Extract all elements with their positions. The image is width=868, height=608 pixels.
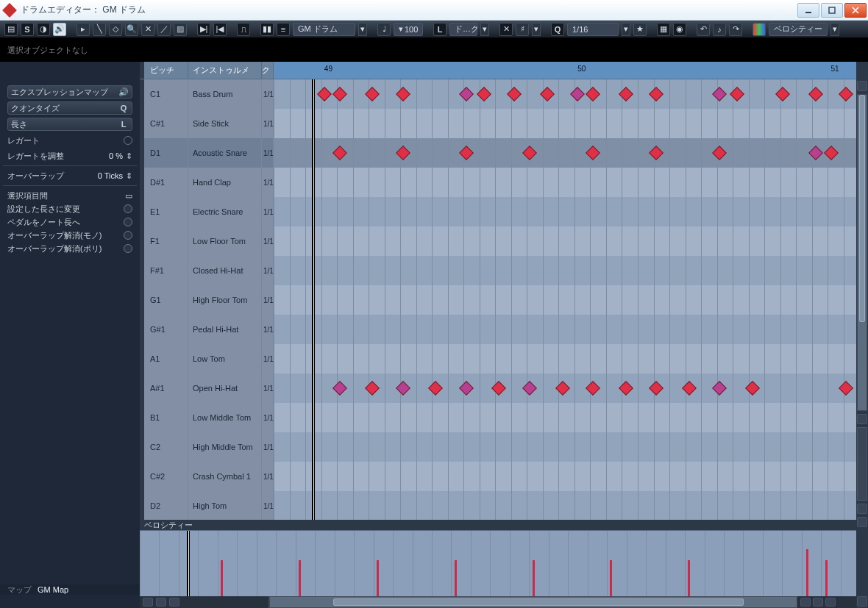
- sidebar-action[interactable]: オーバーラップ解消(ポリ): [7, 243, 132, 254]
- note-event[interactable]: [396, 381, 410, 396]
- audition-icon[interactable]: 🔊: [53, 23, 66, 36]
- event-lane[interactable]: [274, 256, 856, 285]
- note-event[interactable]: [459, 146, 474, 160]
- line-tool-icon[interactable]: ／: [157, 23, 171, 36]
- event-lane[interactable]: [274, 285, 856, 315]
- note-event[interactable]: [824, 146, 839, 160]
- drum-row[interactable]: G#1Pedal Hi-Hat1/1: [140, 315, 856, 344]
- note-event[interactable]: [492, 381, 507, 396]
- zoom-button-icon[interactable]: [857, 504, 867, 514]
- note-event[interactable]: [745, 381, 760, 396]
- drum-row[interactable]: E1Electric Snare1/1: [140, 197, 856, 226]
- note-event[interactable]: [570, 87, 585, 101]
- drum-row[interactable]: G1High Floor Tom1/1: [140, 285, 856, 315]
- scrollbar-thumb[interactable]: [859, 95, 865, 322]
- dropdown-arrow-icon[interactable]: ▾: [622, 23, 630, 36]
- velocity-bar[interactable]: [688, 560, 690, 596]
- corner-icon[interactable]: [857, 596, 867, 607]
- velocity-bar[interactable]: [610, 560, 612, 596]
- drum-row[interactable]: C#2Crash Cymbal 11/1: [140, 462, 856, 491]
- note-event[interactable]: [586, 87, 600, 101]
- event-lane[interactable]: [274, 373, 856, 403]
- event-lane[interactable]: [274, 403, 856, 432]
- note-event[interactable]: [712, 87, 727, 101]
- legato-adjust-val[interactable]: 0 %: [109, 151, 123, 160]
- note-event[interactable]: [428, 381, 443, 396]
- color-block-icon[interactable]: [753, 23, 766, 36]
- scroll-left-icon[interactable]: [143, 598, 153, 607]
- expression-map-button[interactable]: エクスプレッションマップ 🔊: [7, 85, 132, 99]
- dropdown-arrow-icon[interactable]: ▾: [830, 23, 839, 36]
- note-event[interactable]: [775, 87, 790, 101]
- loop-end-icon[interactable]: |◀: [213, 23, 227, 36]
- show-lanes-icon[interactable]: ▮▮: [260, 23, 274, 36]
- q-mode-icon[interactable]: Q: [551, 23, 564, 36]
- note-event[interactable]: [649, 146, 664, 160]
- note-event[interactable]: [712, 381, 727, 396]
- note-event[interactable]: [317, 87, 332, 101]
- step-fwd-icon[interactable]: ↷: [729, 23, 742, 36]
- note-event[interactable]: [459, 87, 474, 101]
- quantize-apply-icon[interactable]: ★: [633, 23, 647, 36]
- collapse-icon[interactable]: ▭: [125, 191, 132, 201]
- sidebar-action[interactable]: オーバーラップ解消(モノ): [7, 229, 132, 241]
- scroll-right-icon[interactable]: [156, 598, 166, 607]
- color-wheel-icon[interactable]: ◉: [673, 23, 686, 36]
- col-header-q[interactable]: ク: [262, 62, 274, 79]
- note-event[interactable]: [619, 87, 633, 101]
- time-ruler[interactable]: 495051: [274, 62, 856, 79]
- sidebar-action[interactable]: ペダルをノート長へ: [7, 216, 132, 228]
- velocity-bar[interactable]: [377, 560, 379, 596]
- erase-tool-icon[interactable]: ◇: [109, 23, 122, 36]
- note-event[interactable]: [586, 381, 600, 396]
- note-event[interactable]: [682, 381, 697, 396]
- event-lane[interactable]: [274, 432, 856, 462]
- close-button[interactable]: [844, 3, 867, 18]
- note-event[interactable]: [332, 146, 347, 160]
- apply-icon[interactable]: [124, 204, 132, 213]
- event-lane[interactable]: [274, 344, 856, 373]
- drum-row[interactable]: C2High Middle Tom1/1: [140, 432, 856, 462]
- note-event[interactable]: [649, 87, 664, 101]
- note-event[interactable]: [365, 87, 380, 101]
- step-back-icon[interactable]: ↶: [697, 23, 710, 36]
- velocity-lane[interactable]: [140, 530, 856, 596]
- drum-row[interactable]: D#1Hand Clap1/1: [140, 168, 856, 197]
- note-event[interactable]: [332, 87, 347, 101]
- footer-map-val[interactable]: GM Map: [38, 585, 68, 594]
- drum-row[interactable]: A#1Open Hi-Hat1/1: [140, 373, 856, 403]
- velocity-bar[interactable]: [533, 560, 535, 596]
- event-lane[interactable]: [274, 138, 856, 168]
- color-mode-select[interactable]: ベロシティー: [769, 23, 828, 36]
- drum-row[interactable]: B1Low Middle Tom1/1: [140, 403, 856, 432]
- spinner-icon[interactable]: ⇕: [126, 151, 132, 161]
- note-event[interactable]: [522, 146, 537, 160]
- length-mode-icon[interactable]: L: [433, 23, 447, 36]
- col-header-instrument[interactable]: インストゥルメ: [188, 62, 262, 79]
- note-event[interactable]: [839, 87, 853, 101]
- note-event[interactable]: [808, 87, 823, 101]
- drum-row[interactable]: C1Bass Drum1/1: [140, 79, 856, 109]
- length-field[interactable]: ド…ク: [449, 23, 477, 36]
- apply-icon[interactable]: [124, 136, 132, 145]
- snap-value[interactable]: 1/16: [567, 23, 619, 36]
- note-event[interactable]: [839, 381, 853, 396]
- apply-icon[interactable]: [124, 218, 132, 226]
- note-event[interactable]: [396, 87, 410, 101]
- corner-icon[interactable]: [825, 598, 836, 607]
- maximize-button[interactable]: [821, 3, 843, 18]
- event-lane[interactable]: [274, 197, 856, 226]
- overlap-val[interactable]: 0 Ticks: [98, 171, 123, 180]
- loop-start-icon[interactable]: ▶|: [197, 23, 210, 36]
- quantize-icon[interactable]: ♩: [377, 23, 391, 36]
- velocity-field[interactable]: ▾100: [394, 23, 423, 36]
- mute-tool-icon[interactable]: ✕: [141, 23, 154, 36]
- note-event[interactable]: [619, 381, 633, 396]
- drum-row[interactable]: F#1Closed Hi-Hat1/1: [140, 256, 856, 285]
- velocity-bar[interactable]: [455, 560, 457, 596]
- scrollbar-thumb[interactable]: [333, 598, 744, 606]
- drum-row[interactable]: D1Acoustic Snare1/1: [140, 138, 856, 168]
- toggle-left-panel-icon[interactable]: ▤: [4, 23, 18, 36]
- grid-icon[interactable]: ♯: [516, 23, 529, 36]
- drum-row[interactable]: C#1Side Stick1/1: [140, 109, 856, 138]
